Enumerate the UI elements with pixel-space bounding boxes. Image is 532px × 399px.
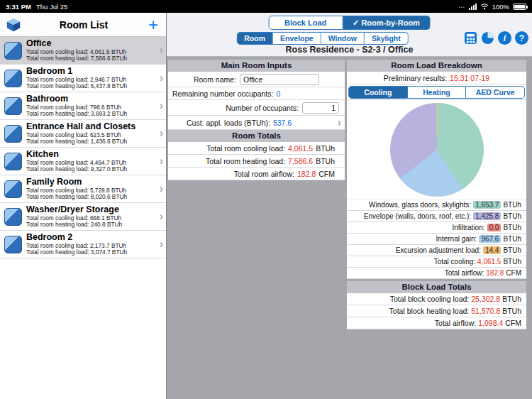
total-value: 7,586.6: [288, 157, 313, 165]
room-heating-line: Total room heating load: 7,586.6 BTUh: [26, 55, 158, 62]
total-unit: BTUh: [502, 307, 521, 315]
room-name: Bedroom 2: [26, 232, 158, 243]
sidebar-header: Room List +: [0, 13, 166, 37]
chevron-right-icon: ›: [160, 238, 163, 251]
room-name: Family Room: [26, 177, 158, 187]
battery-icon: [513, 4, 526, 10]
room-list-item[interactable]: KitchenTotal room cooling load: 4,494.7 …: [0, 148, 166, 175]
legend-value-chip: 1,653.7: [473, 201, 501, 209]
room-list-item[interactable]: OfficeTotal room cooling load: 4,061.5 B…: [0, 37, 166, 65]
total-value: 182.8: [297, 170, 316, 178]
toolbar-icons: i ?: [464, 31, 528, 45]
room-list-item[interactable]: BathroomTotal room cooling load: 798.6 B…: [0, 92, 166, 120]
tab-room[interactable]: Room: [236, 32, 273, 45]
room-total-row: Total room airflow:182.8CFM: [168, 168, 345, 180]
total-value: 25,302.8: [471, 295, 500, 303]
block-totals-rows: Total block cooling load:25,302.8BTUhTot…: [347, 293, 526, 329]
room-name: Bathroom: [26, 94, 158, 104]
room-total-row: Total room heating load:7,586.6BTUh: [168, 155, 345, 168]
status-date: Thu Jul 25: [36, 3, 67, 11]
legend-unit: BTUh: [503, 201, 521, 209]
room-cooling-line: Total room cooling load: 668.1 BTUh: [26, 215, 158, 222]
main-room-inputs-panel: Main Room Inputs Room name: Remaining nu…: [168, 60, 345, 180]
room-list-item[interactable]: Bedroom 1Total room cooling load: 2,946.…: [0, 65, 166, 92]
room-icon: [4, 236, 22, 253]
room-cooling-line: Total room cooling load: 2,173.7 BTUh: [26, 243, 158, 250]
legend-unit: BTUh: [503, 246, 521, 254]
status-bar: 3:31 PM Thu Jul 25 ⋯ 100%: [0, 0, 532, 13]
tab-envelope[interactable]: Envelope: [273, 32, 321, 45]
room-totals-header: Room Totals: [168, 130, 345, 142]
breakdown-header: Room Load Breakdown: [347, 60, 526, 72]
legend-unit: BTUh: [503, 224, 521, 231]
total-unit: BTUh: [316, 144, 335, 153]
legend-label: Internal gain:: [436, 235, 477, 243]
tab-window[interactable]: Window: [321, 32, 365, 45]
segment-block-load[interactable]: Block Load: [268, 16, 343, 30]
legend-row: Internal gain:967.6BTUh: [347, 234, 526, 245]
custom-appliance-loads-row[interactable]: Cust. appl. loads (BTUh): 537.6 ›: [168, 116, 345, 130]
block-total-row: Total block cooling load:25,302.8BTUh: [347, 293, 526, 305]
room-icon: [4, 42, 22, 60]
room-info: Bedroom 2Total room cooling load: 2,173.…: [26, 232, 158, 256]
total-label: Total airflow:: [435, 319, 476, 327]
info-icon[interactable]: i: [498, 31, 511, 45]
room-name-input[interactable]: [240, 74, 319, 85]
remaining-occupants-label: Remaining number occupants:: [172, 89, 273, 98]
occupants-label: Number of occupants:: [226, 104, 299, 112]
pie-chart-icon[interactable]: [481, 31, 494, 45]
room-icon: [4, 153, 22, 170]
tab-skylight[interactable]: Skylight: [365, 32, 409, 45]
calculator-icon[interactable]: [464, 31, 477, 45]
room-cooling-line: Total room cooling load: 4,061.5 BTUh: [26, 49, 158, 56]
legend-value-chip: 1,425.8: [473, 212, 501, 220]
total-value: 182.8: [486, 269, 504, 277]
chart-tab-heating[interactable]: Heating: [408, 86, 467, 99]
room-list-item[interactable]: Family RoomTotal room cooling load: 5,72…: [0, 175, 166, 203]
room-heating-line: Total room heating load: 240.8 BTUh: [26, 222, 158, 229]
add-room-button[interactable]: +: [146, 17, 160, 33]
total-label: Total room cooling load:: [206, 144, 285, 153]
occupants-input[interactable]: [302, 102, 339, 114]
chevron-right-icon: ›: [160, 72, 163, 84]
legend-unit: BTUh: [503, 212, 521, 220]
app-logo-icon: [6, 17, 21, 33]
room-info: BathroomTotal room cooling load: 798.6 B…: [26, 94, 158, 118]
breakdown-total-row: Total cooling:4,061.5BTUh: [347, 256, 526, 268]
battery-percent: 100%: [492, 3, 509, 11]
room-info: Entrance Hall and ClosetsTotal room cool…: [26, 121, 158, 146]
room-heating-line: Total room heating load: 1,436.6 BTUh: [26, 138, 158, 146]
total-label: Total block cooling load:: [390, 295, 470, 303]
main-inputs-header: Main Room Inputs: [168, 60, 345, 72]
preliminary-results-value: 15:31 07-19: [450, 74, 489, 82]
chevron-right-icon: ›: [160, 99, 163, 112]
breakdown-totals-rows: Total cooling:4,061.5BTUhTotal airflow:1…: [347, 256, 526, 279]
toolbar: Block Load ✓ Room-by-Room Room Envelope …: [167, 13, 532, 57]
legend-row: Infiltration:0.0BTUh: [347, 222, 526, 234]
help-icon[interactable]: ?: [515, 31, 528, 45]
main-area: Block Load ✓ Room-by-Room Room Envelope …: [167, 13, 532, 399]
room-list-item[interactable]: Bedroom 2Total room cooling load: 2,173.…: [0, 231, 166, 258]
room-cooling-line: Total room cooling load: 5,729.8 BTUh: [26, 187, 158, 195]
room-heating-line: Total room heating load: 6,437.8 BTUh: [26, 83, 158, 90]
chart-tab-aed-curve[interactable]: AED Curve: [466, 86, 525, 99]
total-label: Total block heating load:: [389, 307, 470, 315]
room-list-item[interactable]: Washer/Dryer StorageTotal room cooling l…: [0, 203, 166, 231]
view-segmented-control: Room Envelope Window Skylight: [236, 32, 408, 45]
room-icon: [4, 97, 22, 115]
room-info: Bedroom 1Total room cooling load: 2,946.…: [26, 66, 158, 90]
room-heating-line: Total room heating load: 9,327.0 BTUh: [26, 166, 158, 173]
pie-chart-area: [347, 100, 526, 200]
page-title: Ross Residence - S2-3 / Office: [167, 45, 532, 55]
segment-room-by-room[interactable]: ✓ Room-by-Room: [343, 16, 431, 30]
legend-rows: Windows, glass doors, skylights:1,653.7B…: [347, 200, 526, 256]
total-label: Total room airflow:: [234, 170, 294, 178]
room-list-item[interactable]: Entrance Hall and ClosetsTotal room cool…: [0, 120, 166, 148]
block-total-row: Total airflow:1,098.4CFM: [347, 317, 526, 329]
block-load-totals-header: Block Load Totals: [347, 281, 526, 293]
room-name-row: Room name:: [168, 72, 345, 87]
total-label: Total room heating load:: [206, 157, 285, 165]
chart-tab-cooling[interactable]: Cooling: [348, 86, 408, 99]
legend-value-chip: 14.4: [483, 246, 501, 254]
room-heating-line: Total room heating load: 3,074.7 BTUh: [26, 249, 158, 256]
